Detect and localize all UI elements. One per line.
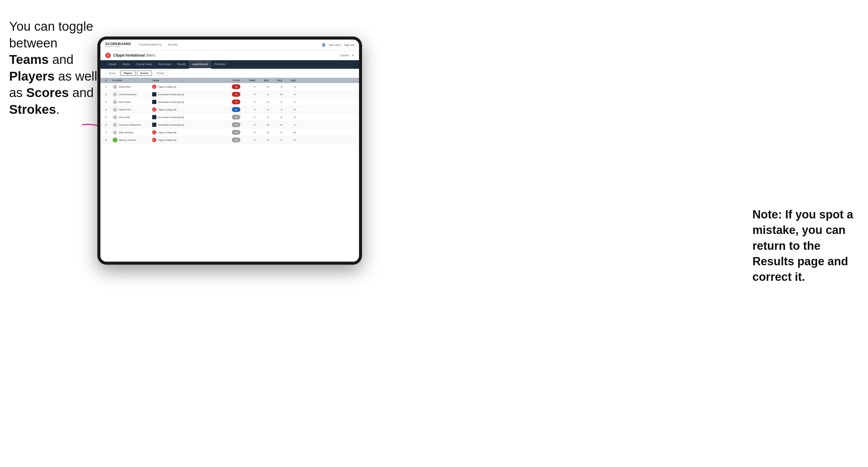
- team-logo-scoreboard: [152, 115, 156, 119]
- team-name: Scoreboard University [A]: [158, 124, 184, 126]
- team-logo-clippd: C: [152, 130, 156, 134]
- rd3-cell: E: [282, 116, 296, 119]
- total-cell: -2: [213, 99, 240, 104]
- rd3-cell: -5: [282, 86, 296, 88]
- team-name: Scoreboard University [A]: [158, 101, 184, 103]
- rd2-cell: E: [269, 116, 282, 119]
- svg-point-4: [114, 108, 116, 110]
- player-name: David Ford: [119, 108, 131, 111]
- rank-cell: 6: [105, 124, 113, 126]
- toggle-players-button[interactable]: Players: [121, 70, 136, 76]
- sign-out-link[interactable]: Sign out: [344, 43, 354, 46]
- player-avatar: [113, 122, 118, 127]
- rd1-cell: +2: [255, 139, 269, 142]
- thru-cell: F: [240, 93, 255, 96]
- thru-cell: F: [240, 86, 255, 88]
- rd3-cell: -1: [282, 101, 296, 103]
- tab-printables[interactable]: Printables: [211, 60, 229, 69]
- rd3-cell: +3: [282, 108, 296, 111]
- toggle-strokes-button[interactable]: Strokes: [153, 70, 168, 76]
- tournament-name: Clippd Invitational (Men): [113, 53, 340, 58]
- leaderboard-table: # PLAYER TEAM TOTAL THRU RD1 RD2 RD3 1 E…: [100, 78, 359, 262]
- player-avatar: [113, 130, 118, 135]
- rd1-cell: +2: [255, 131, 269, 134]
- rank-cell: 3: [105, 101, 113, 103]
- player-avatar: [113, 107, 118, 112]
- thru-cell: F: [240, 116, 255, 119]
- team-logo-clippd: C: [152, 85, 156, 89]
- player-name: Blair McHarg: [119, 131, 133, 134]
- player-cell: Chris Robertson: [113, 92, 152, 97]
- col-team: TEAM: [152, 79, 213, 82]
- score-badge: +11: [232, 137, 240, 143]
- thru-cell: F: [240, 101, 255, 103]
- team-logo-clippd: C: [152, 138, 156, 142]
- svg-point-5: [114, 116, 116, 118]
- table-row: 5 Rees Britt Scoreboard University [A] +…: [100, 114, 359, 121]
- col-thru: THRU: [240, 79, 255, 82]
- col-rd1: RD1: [255, 79, 269, 82]
- player-cell: Elliot Ebert: [113, 84, 152, 89]
- team-cell: Scoreboard University [A]: [152, 123, 213, 127]
- tab-tee-groups[interactable]: Tee Groups: [155, 60, 174, 69]
- svg-point-6: [114, 124, 116, 125]
- nav-link-teams[interactable]: TEAMS: [164, 39, 181, 51]
- table-header: # PLAYER TEAM TOTAL THRU RD1 RD2 RD3: [100, 78, 359, 83]
- score-badge: +6: [232, 122, 240, 127]
- score-badge: -4: [232, 92, 240, 97]
- score-badge: -2: [232, 99, 240, 104]
- svg-point-7: [114, 131, 116, 133]
- nav-link-tournaments[interactable]: TOURNAMENTS: [136, 39, 164, 51]
- rd2-cell: +2: [269, 124, 282, 126]
- player-name: Rees Britt: [119, 116, 130, 119]
- score-badge: +8: [232, 130, 240, 135]
- player-name: Elliot Ebert: [119, 86, 131, 88]
- team-name: Clippd College [A]: [158, 108, 176, 111]
- col-total: TOTAL: [213, 79, 240, 82]
- logo-sub: Powered by clippd: [105, 45, 131, 48]
- tab-results[interactable]: Results: [174, 60, 189, 69]
- total-cell: +8: [213, 130, 240, 135]
- tab-leaderboards[interactable]: Leaderboards: [189, 60, 211, 69]
- right-annotation: Note: If you spot a mistake, you can ret…: [752, 207, 859, 285]
- rank-cell: 2: [105, 93, 113, 96]
- svg-point-3: [114, 101, 116, 102]
- tab-course-setup[interactable]: Course Setup: [133, 60, 155, 69]
- rank-cell: 1: [105, 86, 113, 88]
- toggle-scores-button[interactable]: Scores: [137, 70, 152, 76]
- rd1-cell: +1: [255, 116, 269, 119]
- player-avatar: [113, 92, 118, 97]
- rd2-cell: -6: [269, 86, 282, 88]
- top-nav: SCOREBOARD Powered by clippd TOURNAMENTS…: [100, 39, 359, 51]
- team-logo-scoreboard: [152, 92, 156, 96]
- rd1-cell: +3: [255, 86, 269, 88]
- rd3-cell: -4: [282, 93, 296, 96]
- rd2-cell: +1: [269, 131, 282, 134]
- toggle-bar: Teams Players Scores Strokes: [100, 69, 359, 78]
- rd3-cell: +2: [282, 139, 296, 142]
- rank-cell: 8: [105, 139, 113, 142]
- col-player: PLAYER: [113, 79, 152, 82]
- rank-cell: 4: [105, 108, 113, 111]
- logo-text: SCOREBOARD: [105, 42, 131, 45]
- tab-teams[interactable]: Teams: [119, 60, 133, 69]
- score-badge: +1: [232, 115, 240, 120]
- rd2-cell: -2: [269, 101, 282, 103]
- team-name: Clippd College [A]: [158, 139, 176, 142]
- team-name: Scoreboard University [A]: [158, 116, 184, 119]
- team-name: Clippd College [A]: [158, 86, 176, 88]
- team-logo-clippd: C: [152, 107, 156, 112]
- player-avatar: 🌿: [113, 137, 118, 143]
- total-cell: +11: [213, 137, 240, 143]
- toggle-teams-button[interactable]: Teams: [105, 70, 119, 76]
- team-logo-scoreboard: [152, 100, 156, 104]
- tab-details[interactable]: Details: [105, 60, 119, 69]
- score-badge: E: [232, 107, 240, 112]
- thru-cell: F: [240, 139, 255, 142]
- team-logo-scoreboard: [152, 123, 156, 127]
- user-name: Test User |: [329, 43, 342, 46]
- rd3-cell: -1: [282, 124, 296, 126]
- player-name: Chris Robertson: [119, 93, 136, 96]
- cancel-button[interactable]: Cancel ✕: [340, 54, 354, 57]
- table-row: 4 David Ford C Clippd College [A] E F +1…: [100, 106, 359, 114]
